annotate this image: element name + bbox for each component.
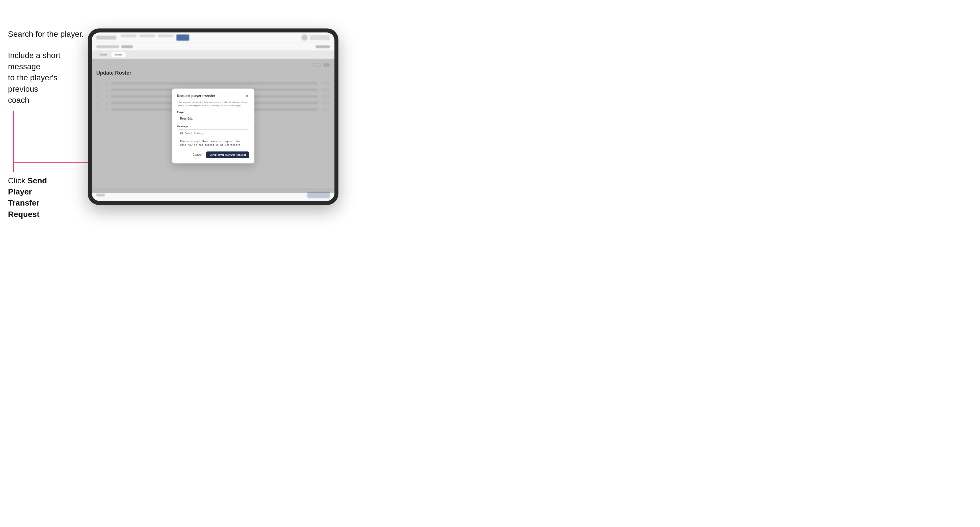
breadcrumb-1 (96, 45, 119, 48)
annotation-search: Search for the player. (8, 29, 84, 40)
main-content: Update Roster 1 2 3 (92, 59, 334, 193)
nav-item-3 (158, 35, 173, 37)
modal-header: Request player transfer ✕ (177, 94, 249, 98)
app-logo (96, 36, 116, 40)
nav-item-1 (121, 35, 137, 37)
breadcrumb-2 (121, 45, 133, 48)
annotation-message: Include a short messageto the player's p… (8, 50, 82, 106)
tab-bar: Roster Roster (92, 51, 334, 59)
app-header (92, 32, 334, 43)
breadcrumb-action (316, 45, 330, 48)
nav-item-2 (139, 35, 155, 37)
header-avatar (301, 35, 308, 41)
modal-description: If the player is transferring from anoth… (177, 100, 249, 107)
modal-overlay: Request player transfer ✕ If the player … (92, 59, 334, 193)
modal-actions: Cancel Send Player Transfer Request (177, 151, 249, 158)
header-button (310, 35, 330, 40)
message-field-label: Message (177, 125, 249, 128)
cancel-button[interactable]: Cancel (190, 152, 204, 157)
tablet-device: Roster Roster Update Roster 1 2 (88, 29, 339, 205)
nav-item-active (177, 35, 189, 41)
header-right (301, 35, 330, 41)
sub-header (92, 43, 334, 51)
player-search-input[interactable] (177, 115, 249, 122)
send-transfer-request-button[interactable]: Send Player Transfer Request (206, 151, 249, 158)
bottom-text (96, 194, 105, 197)
tab-2-active: Roster (111, 52, 126, 57)
annotation-click: Click Send PlayerTransfer Request (8, 175, 71, 220)
tablet-screen: Roster Roster Update Roster 1 2 (92, 32, 334, 201)
modal-title: Request player transfer (177, 94, 215, 98)
message-textarea[interactable]: Hi Coach McHarg, Please accept this tran… (177, 129, 249, 146)
player-field-label: Player (177, 111, 249, 114)
modal-dialog: Request player transfer ✕ If the player … (172, 89, 255, 163)
tab-1: Roster (96, 52, 111, 57)
modal-close-button[interactable]: ✕ (245, 94, 249, 98)
app-nav (121, 35, 301, 41)
